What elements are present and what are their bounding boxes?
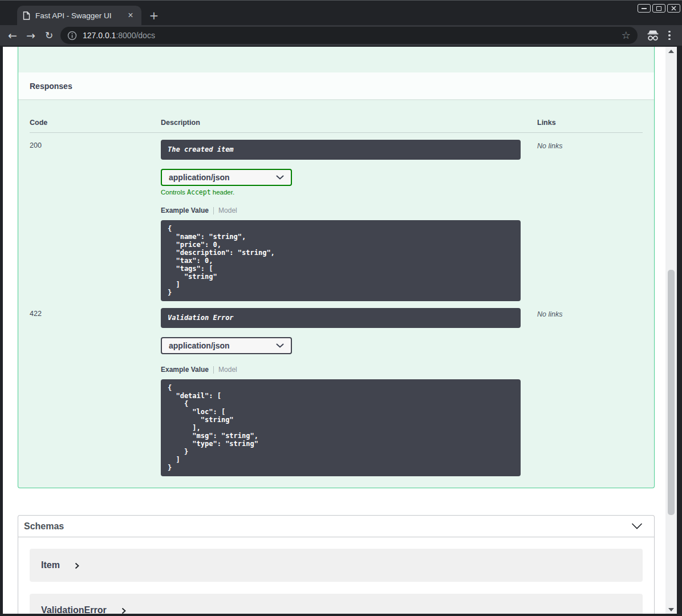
media-type-select[interactable]: application/json	[161, 169, 292, 186]
response-description: Validation Error	[161, 308, 521, 328]
chevron-down-icon	[276, 343, 284, 348]
incognito-icon	[643, 30, 663, 42]
document-favicon-icon	[23, 11, 30, 20]
url-text: 127.0.0.1:8000/docs	[83, 31, 155, 40]
browser-toolbar: ← → ↻ 127.0.0.1:8000/docs ☆	[0, 25, 682, 46]
example-model-tabs: Example Value Model	[161, 206, 537, 214]
window-controls	[638, 4, 680, 13]
example-model-tabs: Example Value Model	[161, 366, 537, 374]
responses-header: Responses	[18, 72, 654, 99]
response-description-cell: Validation Error application/json Exampl…	[161, 308, 537, 476]
media-type-value: application/json	[169, 341, 230, 350]
schemas-title: Schemas	[24, 521, 64, 532]
close-icon	[671, 6, 676, 11]
response-code: 422	[30, 308, 161, 476]
address-bar[interactable]: 127.0.0.1:8000/docs ☆	[60, 27, 638, 44]
window-maximize-button[interactable]	[652, 4, 665, 13]
url-host: 127.0.0.1	[83, 31, 116, 40]
responses-table-header: Code Description Links	[30, 111, 643, 133]
media-type-value: application/json	[169, 173, 230, 182]
example-code-block: { "name": "string", "price": 0, "descrip…	[161, 220, 521, 301]
window-minimize-button[interactable]	[638, 4, 651, 13]
responses-table: Code Description Links 200 The created i…	[18, 99, 654, 488]
chevron-right-icon	[121, 607, 126, 614]
example-code-block: { "detail": [ { "loc": [ "string" ], "ms…	[161, 379, 521, 476]
tab-example-value[interactable]: Example Value	[161, 366, 209, 374]
tab-model[interactable]: Model	[218, 206, 237, 214]
chevron-down-icon	[276, 175, 284, 180]
page-viewport: Responses Code Description Links 200 The…	[3, 47, 677, 614]
schema-validationerror[interactable]: ValidationError	[30, 594, 643, 614]
response-row-422: 422 Validation Error application/json Ex…	[30, 301, 643, 476]
url-path: :8000/docs	[116, 31, 155, 40]
browser-titlebar: Fast API - Swagger UI × +	[0, 1, 682, 25]
responses-title: Responses	[30, 82, 72, 91]
back-icon[interactable]: ←	[3, 27, 22, 44]
response-description: The created item	[161, 140, 521, 160]
column-code: Code	[30, 119, 161, 127]
operation-block: Responses Code Description Links 200 The…	[18, 47, 655, 488]
column-links: Links	[537, 119, 643, 127]
schema-name: Item	[41, 560, 60, 570]
example-json: { "detail": [ { "loc": [ "string" ], "ms…	[168, 384, 514, 472]
chevron-down-icon[interactable]	[631, 523, 643, 529]
tab-title: Fast API - Swagger UI	[35, 11, 122, 20]
browser-tab[interactable]: Fast API - Swagger UI ×	[17, 6, 141, 26]
response-links: No links	[537, 308, 643, 476]
schema-item[interactable]: Item	[30, 549, 643, 582]
scrollbar-down-arrow-icon[interactable]	[665, 605, 677, 614]
page-scrollbar[interactable]	[665, 47, 677, 614]
schemas-section: Schemas Item ValidationError	[18, 515, 655, 614]
tab-close-icon[interactable]: ×	[125, 11, 136, 21]
response-description-cell: The created item application/json Contro…	[161, 140, 537, 301]
tab-model[interactable]: Model	[218, 366, 237, 374]
bookmark-star-icon[interactable]: ☆	[622, 30, 631, 40]
site-info-icon[interactable]	[67, 31, 77, 40]
schema-name: ValidationError	[41, 605, 107, 614]
column-description: Description	[161, 119, 537, 127]
example-json: { "name": "string", "price": 0, "descrip…	[168, 225, 514, 297]
tab-example-value[interactable]: Example Value	[161, 206, 209, 214]
new-tab-icon[interactable]: +	[147, 9, 161, 23]
media-type-select[interactable]: application/json	[161, 337, 292, 354]
schemas-header[interactable]: Schemas	[18, 516, 654, 537]
response-links: No links	[537, 140, 643, 301]
chevron-right-icon	[75, 562, 79, 569]
scrollbar-thumb[interactable]	[668, 270, 675, 515]
controls-accept-note: Controls Accept header.	[161, 188, 537, 196]
browser-menu-icon[interactable]	[663, 31, 676, 40]
tab-separator	[213, 207, 214, 214]
scrollbar-up-arrow-icon[interactable]	[665, 47, 677, 55]
forward-icon[interactable]: →	[22, 27, 40, 44]
maximize-icon	[656, 6, 661, 11]
response-code: 200	[30, 140, 161, 301]
window-close-button[interactable]	[667, 4, 680, 13]
minimize-icon	[642, 8, 647, 9]
tab-separator	[213, 366, 214, 374]
reload-icon[interactable]: ↻	[40, 27, 58, 44]
response-row-200: 200 The created item application/json Co…	[30, 133, 643, 301]
schemas-body: Item ValidationError	[18, 537, 654, 614]
accept-header-code: Accept	[187, 188, 211, 196]
